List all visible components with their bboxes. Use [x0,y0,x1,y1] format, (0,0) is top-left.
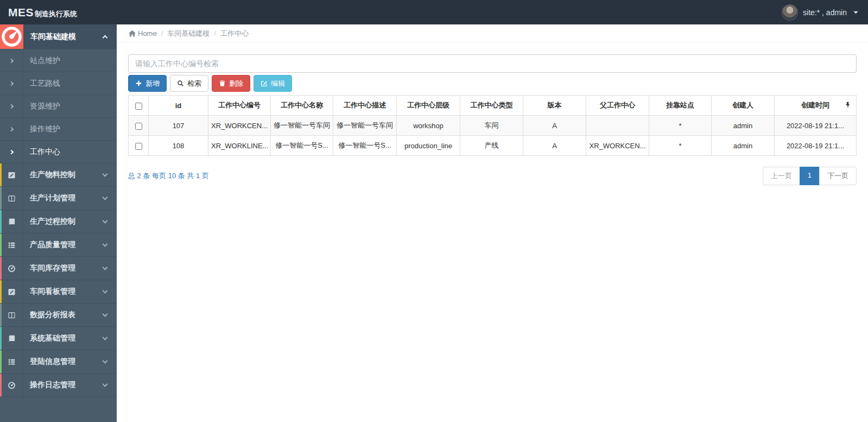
table-cell: XR_WORKCEN... [208,116,271,136]
sidebar-sub-item[interactable]: 工艺路线 [0,72,117,95]
sidebar-sub-item[interactable]: 资源维护 [0,95,117,117]
book-icon [8,218,16,226]
column-header[interactable]: 父工作中心 [586,96,649,116]
app-logo[interactable]: MES 制造执行系统 [8,6,77,19]
breadcrumb-separator: / [214,29,216,37]
chevron-right-icon [0,72,23,95]
sidebar-group-item-label: 系统基础管理 [30,333,75,343]
chevron-right-icon [0,49,23,72]
toolbar: 新增 检索 删除 编辑 [128,75,857,92]
sidebar-sub-item-label: 资源维护 [30,102,60,111]
avatar [782,4,798,21]
sidebar-group-item[interactable]: 操作日志管理 [0,373,117,396]
search-button[interactable]: 检索 [170,75,208,92]
brand-primary: MES [8,6,34,19]
sidebar-sub-item-label: 站点维护 [30,56,60,66]
column-header[interactable]: id [149,96,208,116]
sidebar-sub-item[interactable]: 操作维护 [0,117,117,140]
pagination-summary: 总 2 条 每页 10 条 共 1 页 [128,171,209,181]
sidebar-group-item[interactable]: 车间库存管理 [0,256,117,280]
table-row[interactable]: 108XR_WORKLINE...修一智能一号S...修一智能一号S...pro… [129,136,857,156]
sidebar-group-item[interactable]: 生产计划管理 [0,186,117,210]
delete-button-label: 删除 [229,79,243,89]
table-cell: workshop [397,116,460,136]
pagination: 上一页 1 下一页 [763,167,857,185]
column-header[interactable]: 创建时间 [775,96,857,116]
chevron-down-icon [103,194,108,200]
column-header[interactable]: 工作中心名称 [271,96,333,116]
select-all-checkbox[interactable] [135,103,142,110]
sidebar-filler [0,396,117,422]
gauge-icon [8,264,16,273]
gauge-icon [8,381,16,389]
table-cell: XR_WORKCEN... [586,136,649,156]
sidebar-group-item[interactable]: 车间看板管理 [0,280,117,303]
row-select-cell [129,136,149,156]
breadcrumb-home-label: Home [138,29,157,37]
delete-button[interactable]: 删除 [212,75,250,92]
sidebar-group-item[interactable]: 产品质量管理 [0,233,117,256]
work-center-table: id工作中心编号工作中心名称工作中心描述工作中心层级工作中心类型版本父工作中心挂… [128,95,857,156]
add-button-label: 新增 [145,79,160,89]
th-list-icon [8,358,16,366]
sidebar-sub-item[interactable]: 工作中心 [0,140,117,163]
row-checkbox[interactable] [135,143,142,150]
page-1-button[interactable]: 1 [800,167,820,185]
column-header[interactable]: 工作中心描述 [333,96,397,116]
column-header[interactable]: 工作中心类型 [460,96,523,116]
table-cell: 产线 [460,136,523,156]
column-header[interactable]: 版本 [523,96,586,116]
edit-pencil-icon [261,80,268,87]
sidebar-sub-item[interactable]: 站点维护 [0,49,117,72]
row-checkbox[interactable] [135,123,142,130]
sidebar-sub-item-label: 工艺路线 [30,79,60,89]
table-cell: * [649,136,712,156]
chevron-right-icon [0,118,23,140]
sidebar-group-item[interactable]: 登陆信息管理 [0,350,117,373]
table-cell: A [523,116,586,136]
table-cell [586,116,649,136]
select-all-cell [129,96,149,116]
user-menu[interactable]: site:* , admin [782,4,860,21]
sidebar-group-item[interactable]: 系统基础管理 [0,326,117,350]
column-header[interactable]: 工作中心编号 [208,96,271,116]
caret-down-icon [852,8,860,16]
chevron-up-icon [103,35,108,41]
table-cell: admin [712,136,775,156]
home-icon [128,29,136,37]
book-icon [8,335,16,343]
search-input[interactable] [128,54,857,73]
prev-page-button[interactable]: 上一页 [763,167,800,185]
add-button[interactable]: 新增 [128,75,167,92]
chevron-down-icon [103,241,108,247]
sidebar-group-item-label: 生产过程控制 [30,217,75,226]
trash-icon [219,80,226,87]
table-cell: 修一智能一号S... [333,136,397,156]
sidebar-sub-item-label: 操作维护 [30,124,60,134]
chevron-down-icon [103,335,108,340]
sidebar-group-active[interactable]: 车间基础建模 [0,24,117,49]
chevron-down-icon [103,288,108,293]
sidebar-group-label: 车间基础建模 [30,32,76,42]
search-button-label: 检索 [187,79,201,89]
sidebar-group-item[interactable]: 数据分析报表 [0,303,117,326]
main-area: Home / 车间基础建模 / 工作中心 新增 检索 删除 [117,24,868,422]
breadcrumb: Home / 车间基础建模 / 工作中心 [117,24,868,43]
next-page-button[interactable]: 下一页 [819,167,857,185]
user-label: site:* , admin [803,8,847,17]
sidebar-group-item[interactable]: 生产过程控制 [0,210,117,233]
breadcrumb-home[interactable]: Home [128,29,157,37]
top-navbar: MES 制造执行系统 site:* , admin [0,0,868,24]
sidebar-group-item[interactable]: 生产物料控制 [0,163,117,186]
pagination-bar: 总 2 条 每页 10 条 共 1 页 上一页 1 下一页 [128,167,857,185]
column-header[interactable]: 工作中心层级 [397,96,460,116]
pin-icon [845,102,851,110]
sidebar-group-item-label: 产品质量管理 [30,240,75,250]
edit-square-icon [8,171,16,179]
table-cell: production_line [397,136,460,156]
table-row[interactable]: 107XR_WORKCEN...修一智能一号车间修一智能一号车间workshop… [129,116,857,136]
column-header[interactable]: 挂靠站点 [649,96,712,116]
column-header[interactable]: 创建人 [712,96,775,116]
edit-button[interactable]: 编辑 [254,75,292,92]
table-cell: 修一智能一号车间 [333,116,397,136]
